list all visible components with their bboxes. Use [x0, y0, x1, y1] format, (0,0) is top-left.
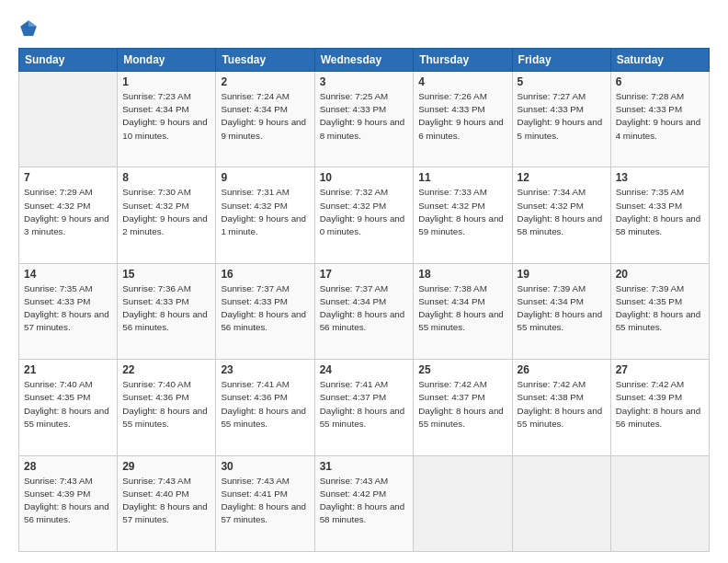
day-info: Sunrise: 7:32 AMSunset: 4:32 PMDaylight:…	[320, 187, 405, 236]
day-number: 12	[518, 171, 606, 184]
day-info: Sunrise: 7:28 AMSunset: 4:33 PMDaylight:…	[616, 91, 701, 141]
calendar-cell: 12 Sunrise: 7:34 AMSunset: 4:32 PMDaylig…	[512, 167, 610, 263]
calendar-cell: 15 Sunrise: 7:36 AMSunset: 4:33 PMDaylig…	[118, 263, 216, 359]
day-info: Sunrise: 7:30 AMSunset: 4:32 PMDaylight:…	[122, 187, 208, 236]
day-info: Sunrise: 7:34 AMSunset: 4:32 PMDaylight:…	[518, 187, 603, 236]
day-info: Sunrise: 7:37 AMSunset: 4:34 PMDaylight:…	[320, 283, 405, 333]
calendar-cell: 31 Sunrise: 7:43 AMSunset: 4:42 PMDaylig…	[314, 455, 414, 551]
calendar-cell: 23 Sunrise: 7:41 AMSunset: 4:36 PMDaylig…	[216, 360, 314, 455]
day-info: Sunrise: 7:43 AMSunset: 4:39 PMDaylight:…	[24, 476, 109, 525]
day-info: Sunrise: 7:27 AMSunset: 4:33 PMDaylight:…	[518, 91, 603, 141]
calendar-cell: 17 Sunrise: 7:37 AMSunset: 4:34 PMDaylig…	[314, 263, 414, 359]
calendar-cell: 11 Sunrise: 7:33 AMSunset: 4:32 PMDaylig…	[414, 167, 512, 263]
day-info: Sunrise: 7:41 AMSunset: 4:37 PMDaylight:…	[320, 379, 405, 429]
day-number: 21	[24, 363, 112, 376]
calendar-cell: 27 Sunrise: 7:42 AMSunset: 4:39 PMDaylig…	[610, 360, 709, 455]
calendar-cell: 5 Sunrise: 7:27 AMSunset: 4:33 PMDayligh…	[512, 72, 610, 167]
day-info: Sunrise: 7:42 AMSunset: 4:37 PMDaylight:…	[418, 379, 504, 429]
day-number: 16	[221, 268, 309, 281]
day-info: Sunrise: 7:31 AMSunset: 4:32 PMDaylight:…	[221, 187, 306, 236]
day-number: 3	[320, 75, 409, 88]
day-number: 22	[122, 363, 210, 376]
day-info: Sunrise: 7:42 AMSunset: 4:38 PMDaylight:…	[518, 379, 603, 429]
day-number: 24	[320, 363, 409, 376]
day-number: 13	[616, 171, 704, 184]
calendar-cell: 26 Sunrise: 7:42 AMSunset: 4:38 PMDaylig…	[512, 360, 610, 455]
day-number: 10	[320, 171, 409, 184]
day-number: 28	[24, 460, 112, 473]
day-header-thursday: Thursday	[414, 49, 512, 72]
calendar-cell: 19 Sunrise: 7:39 AMSunset: 4:34 PMDaylig…	[512, 263, 610, 359]
day-number: 18	[418, 268, 506, 281]
day-info: Sunrise: 7:43 AMSunset: 4:42 PMDaylight:…	[320, 476, 405, 525]
svg-marker-1	[28, 20, 37, 27]
day-number: 29	[122, 460, 210, 473]
day-info: Sunrise: 7:39 AMSunset: 4:34 PMDaylight:…	[518, 283, 603, 333]
calendar-cell: 9 Sunrise: 7:31 AMSunset: 4:32 PMDayligh…	[216, 167, 314, 263]
calendar-cell: 25 Sunrise: 7:42 AMSunset: 4:37 PMDaylig…	[414, 360, 512, 455]
calendar-cell: 3 Sunrise: 7:25 AMSunset: 4:33 PMDayligh…	[314, 72, 414, 167]
day-info: Sunrise: 7:38 AMSunset: 4:34 PMDaylight:…	[418, 283, 504, 333]
calendar-cell	[610, 455, 709, 551]
calendar-cell: 4 Sunrise: 7:26 AMSunset: 4:33 PMDayligh…	[414, 72, 512, 167]
day-number: 8	[122, 171, 210, 184]
day-number: 4	[418, 75, 506, 88]
calendar-cell: 24 Sunrise: 7:41 AMSunset: 4:37 PMDaylig…	[314, 360, 414, 455]
day-number: 27	[616, 363, 704, 376]
day-number: 7	[24, 171, 112, 184]
day-info: Sunrise: 7:26 AMSunset: 4:33 PMDaylight:…	[418, 91, 504, 141]
day-info: Sunrise: 7:36 AMSunset: 4:33 PMDaylight:…	[122, 283, 208, 333]
calendar-cell: 13 Sunrise: 7:35 AMSunset: 4:33 PMDaylig…	[610, 167, 709, 263]
day-info: Sunrise: 7:37 AMSunset: 4:33 PMDaylight:…	[221, 283, 306, 333]
day-number: 30	[221, 460, 309, 473]
calendar-cell: 1 Sunrise: 7:23 AMSunset: 4:34 PMDayligh…	[118, 72, 216, 167]
day-info: Sunrise: 7:40 AMSunset: 4:36 PMDaylight:…	[122, 379, 208, 429]
day-info: Sunrise: 7:43 AMSunset: 4:40 PMDaylight:…	[122, 476, 208, 525]
day-number: 5	[518, 75, 606, 88]
day-number: 9	[221, 171, 309, 184]
day-info: Sunrise: 7:33 AMSunset: 4:32 PMDaylight:…	[418, 187, 504, 236]
calendar-cell: 28 Sunrise: 7:43 AMSunset: 4:39 PMDaylig…	[19, 455, 118, 551]
calendar-cell: 10 Sunrise: 7:32 AMSunset: 4:32 PMDaylig…	[314, 167, 414, 263]
calendar-cell	[19, 72, 118, 167]
day-header-saturday: Saturday	[610, 49, 709, 72]
day-info: Sunrise: 7:29 AMSunset: 4:32 PMDaylight:…	[24, 187, 109, 236]
day-header-monday: Monday	[118, 49, 216, 72]
day-info: Sunrise: 7:42 AMSunset: 4:39 PMDaylight:…	[616, 379, 701, 429]
day-info: Sunrise: 7:24 AMSunset: 4:34 PMDaylight:…	[221, 91, 306, 141]
day-header-sunday: Sunday	[19, 49, 118, 72]
day-info: Sunrise: 7:43 AMSunset: 4:41 PMDaylight:…	[221, 476, 306, 525]
day-header-tuesday: Tuesday	[216, 49, 314, 72]
day-number: 19	[518, 268, 606, 281]
day-header-wednesday: Wednesday	[314, 49, 414, 72]
calendar-cell: 29 Sunrise: 7:43 AMSunset: 4:40 PMDaylig…	[118, 455, 216, 551]
day-info: Sunrise: 7:35 AMSunset: 4:33 PMDaylight:…	[24, 283, 109, 333]
day-header-friday: Friday	[512, 49, 610, 72]
calendar-cell: 7 Sunrise: 7:29 AMSunset: 4:32 PMDayligh…	[19, 167, 118, 263]
day-number: 25	[418, 363, 506, 376]
day-number: 6	[616, 75, 704, 88]
day-info: Sunrise: 7:25 AMSunset: 4:33 PMDaylight:…	[320, 91, 405, 141]
day-number: 23	[221, 363, 309, 376]
calendar-cell	[512, 455, 610, 551]
day-number: 26	[518, 363, 606, 376]
calendar-cell: 18 Sunrise: 7:38 AMSunset: 4:34 PMDaylig…	[414, 263, 512, 359]
calendar-cell: 16 Sunrise: 7:37 AMSunset: 4:33 PMDaylig…	[216, 263, 314, 359]
calendar-cell: 22 Sunrise: 7:40 AMSunset: 4:36 PMDaylig…	[118, 360, 216, 455]
calendar-cell: 14 Sunrise: 7:35 AMSunset: 4:33 PMDaylig…	[19, 263, 118, 359]
day-info: Sunrise: 7:39 AMSunset: 4:35 PMDaylight:…	[616, 283, 701, 333]
day-info: Sunrise: 7:40 AMSunset: 4:35 PMDaylight:…	[24, 379, 109, 429]
logo	[18, 17, 40, 39]
calendar-cell: 20 Sunrise: 7:39 AMSunset: 4:35 PMDaylig…	[610, 263, 709, 359]
day-number: 31	[320, 460, 409, 473]
logo-icon	[18, 18, 39, 39]
calendar-table: SundayMondayTuesdayWednesdayThursdayFrid…	[18, 48, 710, 552]
day-number: 11	[418, 171, 506, 184]
day-number: 20	[616, 268, 704, 281]
day-number: 2	[221, 75, 309, 88]
day-number: 14	[24, 268, 112, 281]
calendar-cell: 21 Sunrise: 7:40 AMSunset: 4:35 PMDaylig…	[19, 360, 118, 455]
day-number: 15	[122, 268, 210, 281]
calendar-cell: 6 Sunrise: 7:28 AMSunset: 4:33 PMDayligh…	[610, 72, 709, 167]
day-info: Sunrise: 7:35 AMSunset: 4:33 PMDaylight:…	[616, 187, 701, 236]
